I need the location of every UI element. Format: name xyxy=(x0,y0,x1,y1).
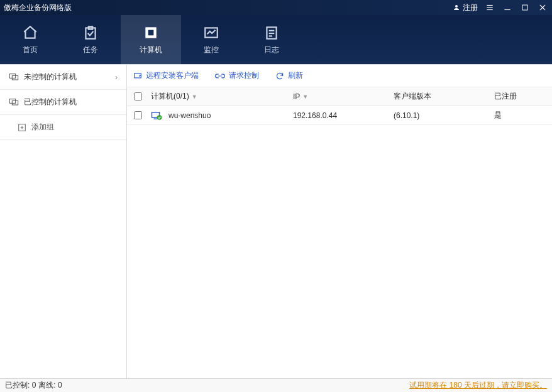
title-bar: 傲梅企业备份网络版 注册 xyxy=(0,0,552,15)
nav-label: 计算机 xyxy=(140,45,162,55)
computer-status-icon xyxy=(151,111,162,120)
col-label: 已注册 xyxy=(494,92,517,101)
svg-rect-17 xyxy=(12,75,18,80)
app-title: 傲梅企业备份网络版 xyxy=(4,3,453,13)
nav-home[interactable]: 首页 xyxy=(0,15,60,64)
sidebar-item-controlled[interactable]: 已控制的计算机 xyxy=(0,90,126,115)
trial-notice-link[interactable]: 试用期将在 180 天后过期，请立即购买。 xyxy=(409,380,547,391)
status-controlled: 已控制: 0 xyxy=(5,380,36,391)
monitor-icon xyxy=(203,24,219,41)
request-control-button[interactable]: 请求控制 xyxy=(215,70,259,81)
nav-computers[interactable]: 计算机 xyxy=(121,15,181,64)
svg-point-26 xyxy=(157,115,162,120)
monitor-small-icon xyxy=(9,98,19,107)
menu-button[interactable] xyxy=(484,2,495,13)
titlebar-actions: 注册 xyxy=(453,2,548,13)
col-label: 计算机(0/1) xyxy=(151,91,189,102)
cell-version: (6.10.1) xyxy=(394,111,419,120)
nav-label: 任务 xyxy=(83,45,98,55)
select-all-checkbox[interactable] xyxy=(134,92,142,101)
sort-icon: ▼ xyxy=(192,94,197,100)
col-label: IP xyxy=(293,92,300,101)
nav-tasks[interactable]: 任务 xyxy=(60,15,121,64)
cell-name: wu-wenshuo xyxy=(168,111,211,120)
register-button[interactable]: 注册 xyxy=(453,3,478,13)
col-header-ip[interactable]: IP ▼ xyxy=(293,92,394,101)
remote-install-button[interactable]: 远程安装客户端 xyxy=(133,70,199,81)
status-offline: 离线: 0 xyxy=(38,380,62,391)
nav-label: 首页 xyxy=(23,45,38,55)
list-icon xyxy=(485,3,494,12)
col-label: 客户端版本 xyxy=(394,92,431,101)
svg-rect-16 xyxy=(9,74,15,78)
task-icon xyxy=(82,24,99,41)
log-icon xyxy=(263,24,280,41)
sidebar: 未控制的计算机 › 已控制的计算机 添加组 xyxy=(0,65,127,378)
sidebar-item-label: 添加组 xyxy=(31,122,54,133)
home-icon xyxy=(22,24,38,41)
monitor-small-icon xyxy=(9,73,19,82)
close-button[interactable] xyxy=(537,2,548,13)
link-icon xyxy=(215,72,225,80)
sidebar-item-uncontrolled[interactable]: 未控制的计算机 › xyxy=(0,65,126,90)
col-header-computer[interactable]: 计算机(0/1) ▼ xyxy=(148,91,293,102)
minimize-icon xyxy=(503,3,512,12)
sidebar-item-add-group[interactable]: 添加组 xyxy=(0,115,126,140)
svg-rect-19 xyxy=(12,101,18,105)
toolbar: 远程安装客户端 请求控制 刷新 xyxy=(127,65,552,87)
table-row[interactable]: wu-wenshuo 192.168.0.44 (6.10.1) 是 xyxy=(127,106,552,125)
main-panel: 远程安装客户端 请求控制 刷新 计算机(0/1) ▼ IP ▼ 客户端版本 xyxy=(127,65,552,378)
table-header: 计算机(0/1) ▼ IP ▼ 客户端版本 已注册 xyxy=(127,87,552,106)
computer-icon xyxy=(143,24,159,41)
main-nav: 首页 任务 计算机 监控 日志 xyxy=(0,15,552,64)
plus-box-icon xyxy=(18,123,26,132)
body: 未控制的计算机 › 已控制的计算机 添加组 远程安装客户端 请求控制 刷新 xyxy=(0,64,552,378)
tool-label: 远程安装客户端 xyxy=(146,70,199,81)
register-label: 注册 xyxy=(463,3,478,13)
maximize-icon xyxy=(521,4,529,11)
row-checkbox[interactable] xyxy=(134,111,142,119)
maximize-button[interactable] xyxy=(519,2,531,13)
chevron-right-icon: › xyxy=(115,73,118,82)
nav-label: 日志 xyxy=(264,45,279,55)
col-header-registered[interactable]: 已注册 xyxy=(494,91,552,102)
col-header-version[interactable]: 客户端版本 xyxy=(394,91,494,102)
install-icon xyxy=(133,72,142,80)
status-bar: 已控制: 0 离线: 0 试用期将在 180 天后过期，请立即购买。 xyxy=(0,378,552,392)
refresh-button[interactable]: 刷新 xyxy=(275,70,303,81)
nav-label: 监控 xyxy=(204,45,219,55)
sort-icon: ▼ xyxy=(302,94,308,100)
svg-rect-18 xyxy=(9,99,15,103)
user-icon xyxy=(453,4,460,11)
cell-registered: 是 xyxy=(494,111,502,119)
close-icon xyxy=(538,3,547,12)
cell-ip: 192.168.0.44 xyxy=(293,111,337,120)
refresh-icon xyxy=(275,72,284,80)
sidebar-item-label: 已控制的计算机 xyxy=(24,97,77,107)
tool-label: 请求控制 xyxy=(229,70,259,81)
tool-label: 刷新 xyxy=(288,70,303,81)
svg-point-0 xyxy=(455,5,458,8)
sidebar-item-label: 未控制的计算机 xyxy=(24,72,77,82)
svg-rect-5 xyxy=(522,5,527,10)
svg-rect-10 xyxy=(148,30,154,35)
nav-monitor[interactable]: 监控 xyxy=(181,15,241,64)
minimize-button[interactable] xyxy=(502,2,513,13)
nav-logs[interactable]: 日志 xyxy=(241,15,302,64)
